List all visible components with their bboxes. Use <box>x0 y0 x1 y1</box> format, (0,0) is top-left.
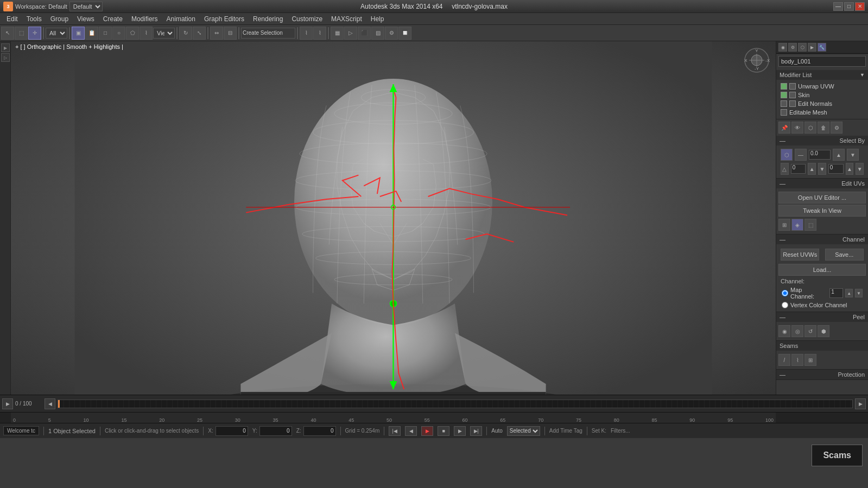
minimize-button[interactable]: — <box>833 2 843 11</box>
mod-configure-btn[interactable]: ⚙ <box>831 122 842 134</box>
seams-btn-1[interactable]: / <box>778 354 790 366</box>
filters-btn[interactable]: Filters... <box>611 428 630 434</box>
mod-make-unique-btn[interactable]: ⬡ <box>804 122 816 134</box>
mod-delete-btn[interactable]: 🗑 <box>818 122 829 134</box>
key-filter-select[interactable]: Selected <box>507 426 540 436</box>
vertex-color-radio[interactable] <box>782 302 788 308</box>
timeline-slider[interactable] <box>58 400 853 408</box>
save-uvws-btn[interactable]: Save... <box>825 249 864 261</box>
modifier-list-header[interactable]: Modifier List ▼ <box>776 70 868 80</box>
render-btn[interactable]: ▦ <box>331 27 344 40</box>
align-btn[interactable]: ⊟ <box>224 27 237 40</box>
region-select-btn[interactable]: ⬚ <box>15 27 28 40</box>
rp-modifier-btn[interactable]: ⚙ <box>788 43 797 52</box>
menu-graph-editors[interactable]: Graph Editors <box>200 13 249 25</box>
menu-animation[interactable]: Animation <box>162 13 200 25</box>
select-y-inc[interactable]: ▲ <box>846 163 854 175</box>
rotate-btn[interactable]: ↻ <box>179 27 192 40</box>
anim-prev-btn[interactable]: ◀ <box>405 426 417 436</box>
object-name-input[interactable]: body_L001 <box>778 56 866 67</box>
menu-views[interactable]: Views <box>73 13 99 25</box>
menu-help[interactable]: Help <box>366 13 389 25</box>
select-edge-btn[interactable]: — <box>795 149 807 161</box>
graph-editor-btn[interactable]: ⌇ <box>300 27 313 40</box>
fence-region-btn[interactable]: ⬠ <box>126 27 139 40</box>
menu-rendering[interactable]: Rendering <box>249 13 287 25</box>
peel-btn-2[interactable]: ◎ <box>791 325 803 337</box>
anim-first-btn[interactable]: |◀ <box>389 426 401 436</box>
material-editor-btn[interactable]: 🔲 <box>398 27 411 40</box>
menu-maxscript[interactable]: MAXScript <box>327 13 366 25</box>
map-channel-radio[interactable] <box>782 290 788 296</box>
map-channel-input[interactable]: 1 <box>829 288 843 298</box>
select-inc-btn[interactable]: ▲ <box>833 149 845 161</box>
navigation-compass[interactable]: Y -Y X -X <box>743 47 770 74</box>
peel-btn-3[interactable]: ↺ <box>804 325 816 337</box>
quick-render-btn[interactable]: ▷ <box>344 27 357 40</box>
workspace-dropdown[interactable]: Default <box>69 2 103 11</box>
uv-unwrap-btn[interactable]: ⬚ <box>804 219 816 231</box>
tl-play-btn[interactable]: ▶ <box>2 398 13 409</box>
select-y-dec[interactable]: ▼ <box>856 163 864 175</box>
seams-btn-2[interactable]: ⌇ <box>791 354 803 366</box>
menu-group[interactable]: Group <box>46 13 73 25</box>
render-setup-btn[interactable]: ⚙ <box>385 27 398 40</box>
reset-uvws-btn[interactable]: Reset UVWs <box>781 249 819 261</box>
menu-modifiers[interactable]: Modifiers <box>127 13 162 25</box>
move-tool-btn[interactable]: ✛ <box>28 27 41 40</box>
load-uvws-btn[interactable]: Load... <box>778 264 866 276</box>
viewport[interactable]: + [ ] Orthographic | Smooth + Highlights… <box>11 41 776 395</box>
select-face-btn[interactable]: △ <box>781 163 789 175</box>
seams-btn-3[interactable]: ⊞ <box>804 354 816 366</box>
rect-region-btn[interactable]: □ <box>99 27 112 40</box>
viewport-3d[interactable]: Y -Y X -X <box>11 41 776 395</box>
select-x-input[interactable]: 0 <box>791 164 806 174</box>
modifier-editable-mesh[interactable]: Editable Mesh <box>778 108 866 117</box>
left-panel-btn-2[interactable]: ▷ <box>1 53 10 62</box>
select-x-dec[interactable]: ▼ <box>818 163 826 175</box>
menu-edit[interactable]: Edit <box>2 13 22 25</box>
select-x-inc[interactable]: ▲ <box>808 163 816 175</box>
render-frame-btn[interactable]: ▨ <box>371 27 384 40</box>
anim-last-btn[interactable]: ▶| <box>470 426 482 436</box>
peel-btn-4[interactable]: ⬢ <box>818 325 829 337</box>
select-y-input[interactable]: 0 <box>828 164 844 174</box>
map-ch-dec[interactable]: ▼ <box>855 289 863 297</box>
tl-prev-btn[interactable]: ◀ <box>45 398 55 409</box>
rp-hierarchy-btn[interactable]: ⬡ <box>798 43 807 52</box>
mirror-btn[interactable]: ⇔ <box>210 27 223 40</box>
peel-header[interactable]: — Peel <box>776 312 868 322</box>
modifier-unwrap-uvw[interactable]: Unwrap UVW <box>778 82 866 91</box>
seams-header[interactable]: Seams <box>776 341 868 351</box>
add-time-tag[interactable]: Add Time Tag <box>549 428 582 434</box>
select-tool-btn[interactable]: ↖ <box>1 27 14 40</box>
circle-region-btn[interactable]: ○ <box>112 27 125 40</box>
select-by-name-btn[interactable]: 📋 <box>85 27 98 40</box>
timeline-playhead[interactable] <box>58 400 60 408</box>
mod-pin-btn[interactable]: 📌 <box>778 122 790 134</box>
mod-show-btn[interactable]: 👁 <box>791 122 803 134</box>
select-val-input[interactable]: 0.0 <box>809 150 831 160</box>
open-uv-editor-btn[interactable]: Open UV Editor ... <box>778 192 866 204</box>
view-select[interactable]: View <box>153 28 175 39</box>
select-object-btn[interactable]: ▣ <box>72 27 85 40</box>
curve-editor-btn[interactable]: ⌇ <box>313 27 326 40</box>
close-button[interactable]: ✕ <box>855 2 865 11</box>
filter-select[interactable]: All <box>46 28 67 39</box>
rp-motion-btn[interactable]: ▶ <box>808 43 816 52</box>
select-vertex-btn[interactable]: ⬡ <box>781 149 793 161</box>
channel-header[interactable]: — Channel <box>776 235 868 244</box>
anim-stop-btn[interactable]: ■ <box>438 426 449 436</box>
select-dec-btn[interactable]: ▼ <box>847 149 859 161</box>
maximize-button[interactable]: □ <box>844 2 854 11</box>
rp-display-btn[interactable]: ◉ <box>778 43 787 52</box>
menu-tools[interactable]: Tools <box>22 13 46 25</box>
menu-customize[interactable]: Customize <box>287 13 327 25</box>
map-ch-inc[interactable]: ▲ <box>845 289 853 297</box>
create-selection-input[interactable] <box>241 28 295 39</box>
scale-btn[interactable]: ⤡ <box>193 27 206 40</box>
anim-play-btn[interactable]: ▶ <box>421 426 433 436</box>
anim-next-btn[interactable]: ▶ <box>454 426 466 436</box>
modifier-skin[interactable]: Skin <box>778 91 866 99</box>
edit-uvs-header[interactable]: — Edit UVs <box>776 179 868 188</box>
